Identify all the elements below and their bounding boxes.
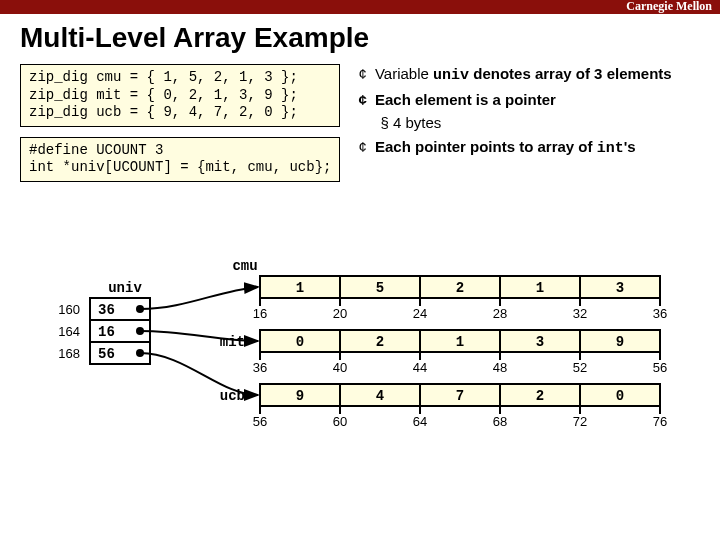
svg-text:2: 2	[376, 334, 384, 350]
svg-text:2: 2	[536, 388, 544, 404]
bullet-2-sub: 4 bytes	[380, 113, 671, 133]
svg-text:7: 7	[456, 388, 464, 404]
svg-text:40: 40	[333, 360, 347, 375]
bullet-list: Variable univ denotes array of 3 element…	[358, 64, 671, 162]
svg-text:0: 0	[616, 388, 624, 404]
label-mit: mit	[220, 334, 245, 350]
bullet-3: Each pointer points to array of int's	[358, 137, 671, 159]
svg-text:20: 20	[333, 306, 347, 321]
svg-text:36: 36	[98, 302, 115, 318]
svg-text:32: 32	[573, 306, 587, 321]
svg-text:1: 1	[536, 280, 544, 296]
svg-text:0: 0	[296, 334, 304, 350]
label-ucb: ucb	[220, 388, 245, 404]
svg-text:5: 5	[376, 280, 384, 296]
code-box-1: zip_dig cmu = { 1, 5, 2, 1, 3 }; zip_dig…	[20, 64, 340, 127]
svg-text:60: 60	[333, 414, 347, 429]
code-column: zip_dig cmu = { 1, 5, 2, 1, 3 }; zip_dig…	[20, 64, 340, 192]
svg-text:160: 160	[58, 302, 80, 317]
svg-text:36: 36	[253, 360, 267, 375]
bullet-1: Variable univ denotes array of 3 element…	[358, 64, 671, 86]
svg-text:52: 52	[573, 360, 587, 375]
code-box-2: #define UCOUNT 3 int *univ[UCOUNT] = {mi…	[20, 137, 340, 182]
array-cmu: 1 5 2 1 3 16 20 24 28 32 36	[253, 276, 667, 321]
label-cmu: cmu	[232, 260, 257, 274]
svg-text:56: 56	[253, 414, 267, 429]
svg-text:168: 168	[58, 346, 80, 361]
array-ucb: 9 4 7 2 0 56 60 64 68 72 76	[253, 384, 667, 429]
svg-text:4: 4	[376, 388, 384, 404]
svg-text:3: 3	[536, 334, 544, 350]
svg-text:68: 68	[493, 414, 507, 429]
svg-text:1: 1	[296, 280, 304, 296]
univ-row-1: 164 16	[58, 320, 150, 342]
svg-text:56: 56	[653, 360, 667, 375]
content-row: zip_dig cmu = { 1, 5, 2, 1, 3 }; zip_dig…	[0, 64, 720, 192]
memory-diagram: univ 160 36 164 16 168 56 cmu 1 5	[20, 260, 700, 520]
svg-text:28: 28	[493, 306, 507, 321]
svg-text:1: 1	[456, 334, 464, 350]
array-mit: 0 2 1 3 9 36 40 44 48 52 56	[253, 330, 667, 375]
svg-text:44: 44	[413, 360, 427, 375]
header-bar: Carnegie Mellon	[0, 0, 720, 14]
svg-text:76: 76	[653, 414, 667, 429]
slide-title: Multi-Level Array Example	[20, 22, 720, 54]
label-univ: univ	[108, 280, 142, 296]
univ-row-0: 160 36	[58, 298, 150, 320]
svg-text:2: 2	[456, 280, 464, 296]
svg-text:16: 16	[98, 324, 115, 340]
svg-text:56: 56	[98, 346, 115, 362]
svg-text:24: 24	[413, 306, 427, 321]
svg-text:3: 3	[616, 280, 624, 296]
svg-text:48: 48	[493, 360, 507, 375]
svg-text:16: 16	[253, 306, 267, 321]
svg-text:9: 9	[616, 334, 624, 350]
svg-text:36: 36	[653, 306, 667, 321]
svg-text:72: 72	[573, 414, 587, 429]
svg-text:164: 164	[58, 324, 80, 339]
univ-row-2: 168 56	[58, 342, 150, 364]
svg-text:9: 9	[296, 388, 304, 404]
brand-name: Carnegie Mellon	[626, 0, 712, 14]
svg-text:64: 64	[413, 414, 427, 429]
bullet-2: Each element is a pointer	[358, 90, 671, 110]
